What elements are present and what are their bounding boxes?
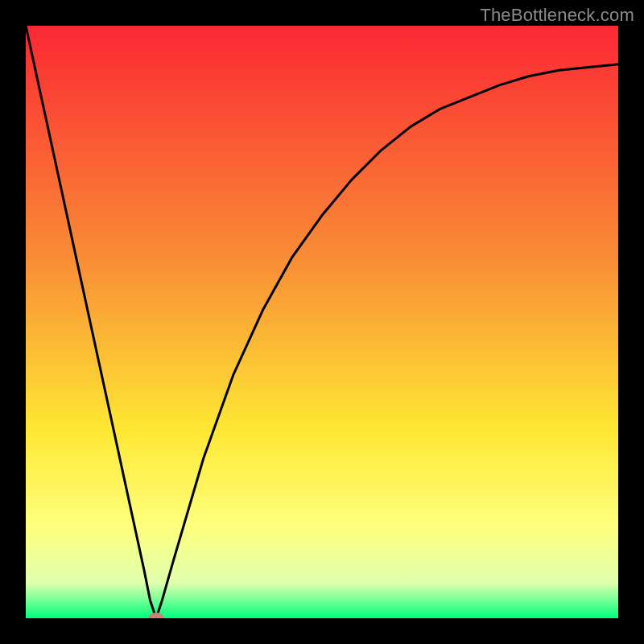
- watermark-text: TheBottleneck.com: [480, 5, 634, 26]
- chart-svg: [26, 26, 618, 618]
- gradient-background: [26, 26, 618, 618]
- optimal-point-marker: [148, 613, 164, 618]
- plot-area: [26, 26, 618, 618]
- chart-frame: TheBottleneck.com: [0, 0, 644, 644]
